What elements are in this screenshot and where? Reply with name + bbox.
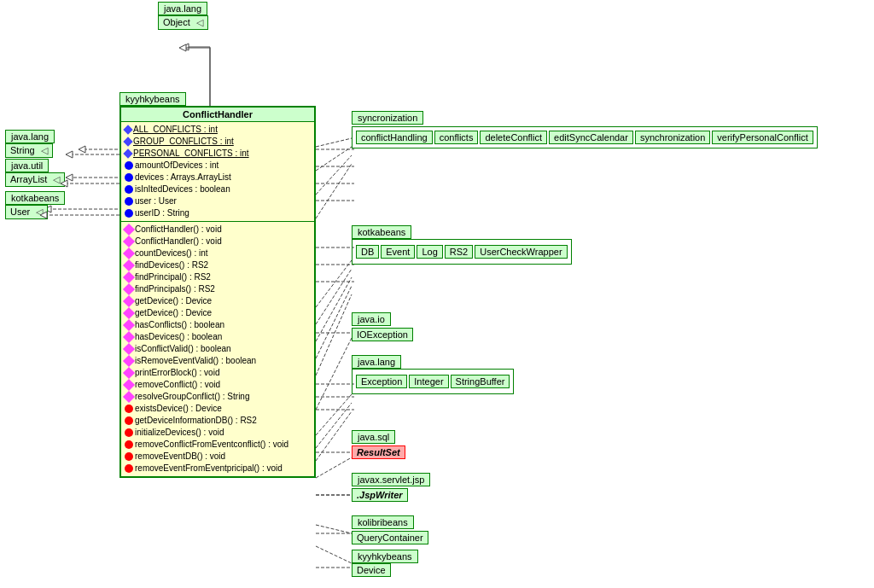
string-box: String ◁ <box>5 143 53 158</box>
device-box: Device <box>352 563 391 577</box>
sync-boxes-container: conflictHandling conflicts deleteConflic… <box>352 126 818 148</box>
svg-line-25 <box>316 147 352 171</box>
svg-line-29 <box>316 269 352 324</box>
synchronization-box: synchronization <box>635 131 710 144</box>
object-box: Object ◁ <box>158 15 208 30</box>
editsynccalendar-box: editSyncCalendar <box>549 131 633 144</box>
fields-section: ALL_CONFLICTS : int GROUP_CONFLICTS : in… <box>121 122 314 222</box>
verifypersonalconflict-box: verifyPersonalConflict <box>712 131 813 144</box>
svg-line-39 <box>316 525 352 533</box>
kotkabeans-boxes-container: DB Event Log RS2 UserCheckWrapper <box>352 239 572 265</box>
class-title: ConflictHandler <box>121 108 314 122</box>
svg-line-40 <box>316 546 352 563</box>
svg-marker-6 <box>66 174 73 181</box>
user-box: User ◁ <box>5 205 48 219</box>
svg-line-34 <box>316 394 352 435</box>
svg-line-24 <box>316 138 352 147</box>
conflicthandler-class: ConflictHandler ALL_CONFLICTS : int GROU… <box>119 106 316 478</box>
svg-line-30 <box>316 277 352 341</box>
svg-line-32 <box>316 294 352 376</box>
svg-line-37 <box>316 457 352 478</box>
svg-line-27 <box>316 164 352 218</box>
methods-section: ConflictHandler() : void ConflictHandler… <box>121 222 314 476</box>
log-box: Log <box>417 245 442 259</box>
event-box: Event <box>381 245 415 259</box>
integer-box: Integer <box>409 375 448 388</box>
svg-line-28 <box>316 260 352 307</box>
arraylist-box: ArrayList ◁ <box>5 172 65 187</box>
usercheckwrapper-box: UserCheckWrapper <box>475 245 567 259</box>
svg-line-31 <box>316 286 352 358</box>
svg-line-36 <box>316 411 352 461</box>
svg-marker-2 <box>182 44 189 50</box>
deleteconflict-box: deleteConflict <box>480 131 547 144</box>
exception-box: Exception <box>356 375 407 388</box>
ioexception-box: IOException <box>352 328 413 341</box>
svg-marker-45 <box>66 151 73 158</box>
svg-line-26 <box>316 155 352 195</box>
svg-line-35 <box>316 403 352 448</box>
conflicts-box: conflicts <box>434 131 479 144</box>
conflicthandling-box: conflictHandling <box>356 131 433 144</box>
uml-diagram: java.lang Object ◁ kyyhkybeans java.lang… <box>0 0 874 588</box>
svg-marker-4 <box>79 146 85 153</box>
svg-line-33 <box>316 338 352 410</box>
stringbuffer-box: StringBuffer <box>451 375 510 388</box>
querycontainer-box: QueryContainer <box>352 531 428 544</box>
rs2-box: RS2 <box>445 245 473 259</box>
jspwriter-box: .JspWriter <box>352 488 408 502</box>
javalang-bottom-boxes-container: Exception Integer StringBuffer <box>352 369 514 394</box>
resultset-box: ResultSet <box>352 445 405 459</box>
svg-marker-43 <box>179 44 186 51</box>
db-box: DB <box>356 245 379 259</box>
